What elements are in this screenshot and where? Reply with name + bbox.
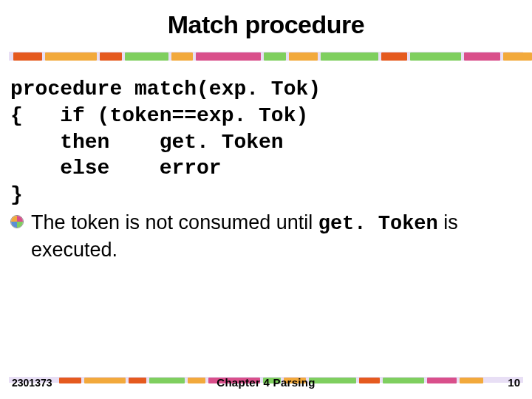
stripe-segment bbox=[503, 52, 532, 61]
stripe-segment bbox=[264, 52, 285, 61]
bullet-item: The token is not consumed until get. Tok… bbox=[10, 210, 522, 263]
stripe-segment bbox=[321, 52, 378, 61]
stripe-segment bbox=[289, 52, 318, 61]
slide-content: procedure match(exp. Tok) { if (token==e… bbox=[0, 67, 532, 263]
stripe-segment bbox=[125, 52, 168, 61]
stripe-segment bbox=[464, 52, 500, 61]
code-line: then get. Token bbox=[10, 131, 284, 154]
code-line: { if (token==exp. Tok) bbox=[10, 104, 308, 127]
code-line: } bbox=[10, 183, 23, 206]
stripe-blocks-top bbox=[0, 45, 532, 67]
stripe-segment bbox=[381, 52, 407, 61]
stripe-segment bbox=[45, 52, 98, 61]
sentence-mono: get. Token bbox=[318, 213, 438, 235]
code-block: procedure match(exp. Tok) { if (token==e… bbox=[10, 76, 522, 208]
footer-page-number: 10 bbox=[508, 376, 520, 389]
slide-footer: 2301373 Chapter 4 Parsing 10 bbox=[0, 368, 532, 390]
stripe-segment bbox=[171, 52, 193, 61]
bullet-text: The token is not consumed until get. Tok… bbox=[31, 210, 522, 263]
stripe-segment bbox=[410, 52, 461, 61]
code-line: procedure match(exp. Tok) bbox=[10, 78, 321, 100]
stripe-segment bbox=[100, 52, 121, 61]
slide-title: Match procedure bbox=[0, 0, 532, 39]
pie-bullet-icon bbox=[10, 215, 24, 228]
title-underline-stripe bbox=[0, 45, 532, 67]
code-line: else error bbox=[10, 157, 222, 180]
footer-chapter-title: Chapter 4 Parsing bbox=[0, 376, 532, 389]
stripe-segment bbox=[13, 52, 42, 61]
stripe-segment bbox=[196, 52, 261, 61]
sentence-pre: The token is not consumed until bbox=[31, 211, 318, 233]
